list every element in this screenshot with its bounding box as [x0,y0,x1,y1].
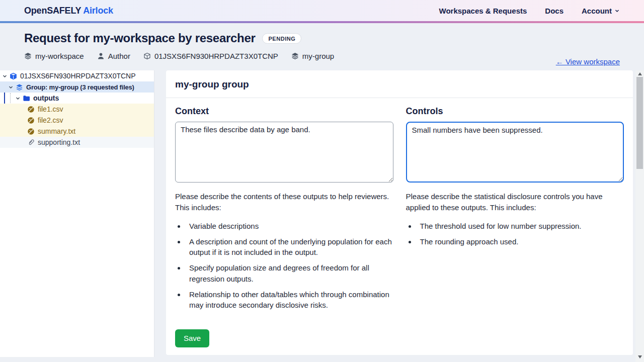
controls-section: Controls Please describe the statistical… [406,106,624,316]
chevron-down-icon[interactable] [2,73,8,79]
tree-item-label: file2.csv [38,116,63,124]
tree-item-request-root[interactable]: 01JSXS6FN930HRPDAZT3X0TCNP [0,70,154,81]
nav-workspaces-requests-label: Workspaces & Requests [439,7,527,15]
tree-item-label: file1.csv [38,105,63,113]
meta-group: my-group [291,52,334,60]
layers-icon [24,52,32,60]
nav-items: Workspaces & Requests Docs Account [439,7,620,15]
list-item: Variable descriptions [186,221,393,231]
view-workspace-link[interactable]: ← View workspace [556,57,620,66]
meta-request-id: 01JSXS6FN930HRPDAZT3X0TCNP [143,52,278,60]
tree-item-summary[interactable]: summary.txt [0,126,154,137]
context-help-text: Please describe the contents of these ou… [175,191,393,213]
status-badge: PENDING [262,33,301,44]
group-panel-title: my-group group [166,70,633,98]
meta-group-label: my-group [302,52,334,60]
page-title: Request for my-workspace by researcher [24,31,255,45]
nav-docs-label: Docs [545,7,564,15]
context-section: Context Please describe the contents of … [175,106,393,316]
nav-workspaces-requests[interactable]: Workspaces & Requests [439,7,527,15]
tree-item-label: 01JSXS6FN930HRPDAZT3X0TCNP [20,72,136,80]
top-navbar: OpenSAFELY Airlock Workspaces & Requests… [0,0,644,21]
list-item: The threshold used for low number suppre… [417,221,624,231]
page-header: Request for my-workspace by researcher P… [0,23,644,70]
tree-item-label: summary.txt [38,127,75,135]
tree-item-group[interactable]: Group: my-group (3 requested files) [0,81,154,93]
scroll-up-arrow-icon[interactable] [635,70,644,77]
file-tree-sidebar: 01JSXS6FN930HRPDAZT3X0TCNP Group: my-gro… [0,70,154,357]
context-heading: Context [175,106,393,117]
controls-bullet-list: The threshold used for low number suppre… [406,221,624,247]
tree-item-file1[interactable]: file1.csv [0,104,154,115]
brand-logo[interactable]: OpenSAFELY Airlock [24,6,113,16]
layers-icon [291,52,299,60]
nav-account-menu[interactable]: Account [582,7,620,15]
meta-author: Author [97,52,130,60]
scroll-down-arrow-icon[interactable] [635,353,644,360]
output-file-icon [27,117,35,124]
controls-textarea[interactable] [406,122,624,183]
brand-secondary: Airlock [83,6,113,16]
tree-item-label: supporting.txt [38,138,80,146]
paperclip-icon [27,139,35,146]
context-bullet-list: Variable descriptions A description and … [175,221,393,311]
group-detail-panel: my-group group Context Please describe t… [166,70,633,355]
chevron-down-icon[interactable] [8,84,14,90]
chevron-down-icon[interactable] [15,96,21,101]
vertical-scrollbar[interactable] [635,70,644,362]
chevron-down-icon [614,8,620,14]
folder-icon [23,95,30,102]
list-item: Relationship to other data/tables which … [186,289,393,311]
request-meta: my-workspace Author 01JSXS6FN930HRPDAZT3… [24,52,620,60]
nav-docs[interactable]: Docs [545,7,564,15]
context-textarea[interactable] [175,122,393,183]
list-item: The rounding approach used. [417,236,624,247]
nav-account-label: Account [582,7,612,15]
meta-workspace-label: my-workspace [35,52,84,60]
save-button[interactable]: Save [175,329,209,347]
scrollbar-thumb[interactable] [636,77,643,169]
tree-item-supporting[interactable]: supporting.txt [0,137,154,148]
tree-item-label: Group: my-group (3 requested files) [26,83,134,91]
output-file-icon [27,128,35,135]
list-item: A description and count of the underlyin… [186,236,393,258]
meta-request-id-label: 01JSXS6FN930HRPDAZT3X0TCNP [154,52,278,60]
tree-item-outputs-folder[interactable]: outputs [0,93,154,104]
brand-primary: OpenSAFELY [24,6,81,16]
tree-item-label: outputs [33,94,59,102]
cube-icon [143,52,151,60]
controls-help-text: Please describe the statistical disclosu… [406,191,624,213]
layers-icon [16,83,23,91]
user-icon [97,52,105,60]
controls-heading: Controls [406,106,624,117]
meta-author-label: Author [108,52,130,60]
output-file-icon [27,106,35,113]
list-item: Specify population size and degrees of f… [186,262,393,284]
tree-item-file2[interactable]: file2.csv [0,115,154,126]
cube-icon [10,72,17,80]
meta-workspace: my-workspace [24,52,84,60]
